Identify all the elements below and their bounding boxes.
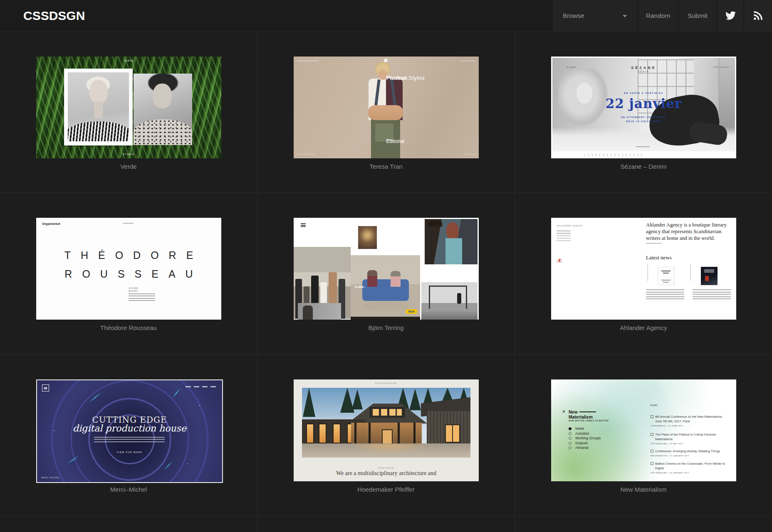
gallery-title[interactable]: New Materialism [515, 486, 772, 493]
gallery-cell: AHLANDER AGENCY Æ Ahlander Agency is a b… [515, 193, 772, 354]
headline-line2: ROUSSEAU [36, 268, 221, 280]
kicker: EN VENTE À PARTIR DU [552, 92, 735, 94]
twitter-icon [725, 10, 736, 21]
thumbnail-merci-michel[interactable]: M CUTTING EDGE digital production house … [36, 379, 223, 483]
radio-icon [569, 446, 572, 449]
micro-paragraph [693, 289, 731, 300]
collage-photo [425, 219, 478, 264]
portrait-photo [134, 74, 192, 145]
gallery-cell: HOEDEMAKER [257, 355, 515, 516]
news-heading: Latest news [646, 254, 672, 261]
thumbnail-theodore-rousseau[interactable]: Glyptoteket THÉODORE ROUSSEAU 14.11.2016… [36, 218, 221, 320]
micro-text [123, 223, 134, 224]
gallery-cell-partial [515, 517, 772, 532]
micro-menu [557, 230, 571, 241]
chevron-down-icon [623, 15, 627, 17]
thumbnail-bjorn-terring[interactable]: Y 5.495:- IKEA [294, 218, 479, 320]
close-icon: ✕ [562, 410, 565, 414]
tagline: HOW MATTER COMES TO MATTER [569, 420, 609, 422]
site-logo: Glyptoteket [42, 222, 60, 226]
verde-footer: STUDIO [36, 153, 221, 155]
news-entry: The Place of the Political in Critical F… [651, 433, 730, 445]
gallery-title[interactable]: Verde [0, 163, 257, 170]
vertical-label [647, 264, 648, 281]
nav-random-label: Random [646, 12, 671, 20]
gallery-title[interactable]: Hoedemaker Pfeiffer [257, 486, 515, 493]
nav-submit-label: Submit [688, 12, 708, 20]
gallery-title[interactable]: Théodore Rousseau [0, 324, 257, 331]
hamburger-icon [301, 223, 306, 227]
nav-rss[interactable] [744, 0, 772, 31]
vertical-label [690, 264, 691, 281]
hero-photo: SÉZANE DENIM E-SHOP EN VENTE À PARTIR DU… [552, 58, 735, 151]
rss-icon [753, 10, 763, 21]
gallery-cell: · · · Fashion and Product Stylist view E… [257, 32, 515, 192]
view-work-cta: VIEW OUR WORK [37, 451, 222, 453]
book-cover [658, 267, 674, 285]
gallery-title[interactable]: Teresa Tran [257, 163, 515, 170]
gallery-cell: M CUTTING EDGE digital production house … [0, 355, 257, 516]
tagline: We are a multidisciplinary architecture … [294, 470, 479, 477]
micro-paragraph [129, 293, 155, 301]
thumbnail-teresa-tran[interactable]: · · · Fashion and Product Stylist view E… [294, 57, 479, 158]
monogram-logo: Æ [557, 257, 562, 264]
nav-browse-label: Browse [563, 12, 584, 20]
gallery-cell: VERDE STUDIO Verde [0, 32, 257, 192]
gallery-title[interactable]: Sézane – Denim [515, 163, 772, 170]
thumbnail-ahlander-agency[interactable]: AHLANDER AGENCY Æ Ahlander Agency is a b… [551, 218, 736, 320]
collage-photo [298, 303, 341, 320]
site-logo[interactable]: CSSDSGN [23, 9, 85, 23]
photo-card [64, 69, 133, 145]
thumbnail-new-materialism[interactable]: ✕ New Materialism HOW MATTER COMES TO MA… [551, 379, 736, 481]
news-label: NEWS [651, 404, 658, 406]
radio-selected-icon [569, 427, 572, 430]
micro-nav-links [460, 60, 475, 62]
news-entry: 8th Annual Conference on the New Materia… [651, 415, 730, 427]
ikea-logo: IKEA [406, 309, 417, 314]
gallery-cell: SÉZANE DENIM E-SHOP EN VENTE À PARTIR DU… [515, 32, 772, 192]
gallery-cell: Glyptoteket THÉODORE ROUSSEAU 14.11.2016… [0, 193, 257, 354]
dash-rule [579, 411, 596, 412]
nav-submit[interactable]: Submit [678, 0, 717, 31]
gallery-title[interactable]: Björn Terring [257, 324, 515, 331]
sezane-logo: SÉZANE [552, 66, 735, 70]
top-nav: CSSDSGN Browse Random Submit [0, 0, 772, 32]
gallery-grid: VERDE STUDIO Verde · · · Fashion and Pro… [0, 32, 772, 532]
gallery-cell-partial [0, 517, 257, 532]
nav-random[interactable]: Random [638, 0, 678, 31]
site-footer-label: MERCI-MICHEL [41, 477, 60, 479]
collage-photo [358, 226, 377, 249]
gallery-cell: ✕ New Materialism HOW MATTER COMES TO MA… [515, 355, 772, 516]
micro-text [464, 154, 475, 155]
gallery-title[interactable]: Ahlander Agency [515, 324, 772, 331]
micro-text: · · · [294, 71, 479, 73]
nav-twitter[interactable] [717, 0, 744, 31]
micro-menu [186, 386, 218, 387]
thumbnail-sezane-denim[interactable]: SÉZANE DENIM E-SHOP EN VENTE À PARTIR DU… [551, 57, 736, 158]
micro-text [636, 146, 650, 147]
micro-nav-links [297, 60, 319, 62]
news-entry: Conference: Emerging Activity. Relating … [651, 449, 730, 457]
book-cover [701, 267, 718, 285]
thumbnail-hoedemaker-pfeiffer[interactable]: HOEDEMAKER [294, 379, 479, 481]
site-brand: AHLANDER AGENCY [557, 224, 583, 227]
agency-headline: Ahlander Agency is a boutique literary a… [646, 222, 734, 241]
collage-photo-ikea: 5.495:- IKEA [351, 255, 420, 320]
architecture-photo [302, 388, 470, 458]
footer-strip [551, 151, 736, 158]
micro-text [646, 243, 662, 244]
micro-text [297, 154, 315, 155]
nav-browse[interactable]: Browse [552, 0, 638, 31]
site-logo-mark [384, 59, 388, 62]
section-menu: News Activities Working Groups Outputs A… [569, 427, 575, 451]
thumbnail-verde[interactable]: VERDE STUDIO [36, 57, 221, 158]
radio-icon [569, 432, 572, 435]
gallery-title[interactable]: Merci–Michel [0, 486, 257, 493]
subheadline: digital production house [37, 423, 222, 433]
verde-brand: VERDE [36, 59, 221, 62]
micro-paragraph [94, 437, 165, 443]
radio-icon [569, 442, 572, 445]
collage-photo [421, 282, 478, 320]
radio-icon [569, 437, 572, 440]
site-brand-bottom: PFEIFFER [294, 467, 479, 469]
